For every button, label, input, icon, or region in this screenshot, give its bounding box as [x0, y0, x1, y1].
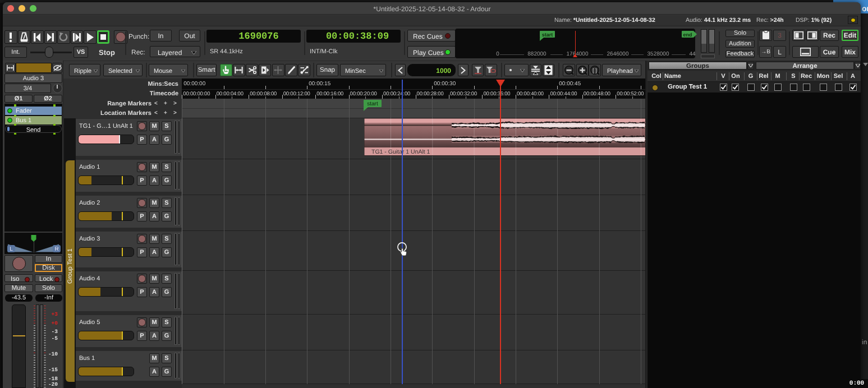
- svg-text:R: R: [54, 246, 58, 252]
- svg-text:TG1 - Guitar 1 UnAlt 1: TG1 - Guitar 1 UnAlt 1: [371, 149, 430, 155]
- svg-text:[ ]: [ ]: [593, 67, 597, 73]
- svg-text:L: L: [10, 246, 13, 252]
